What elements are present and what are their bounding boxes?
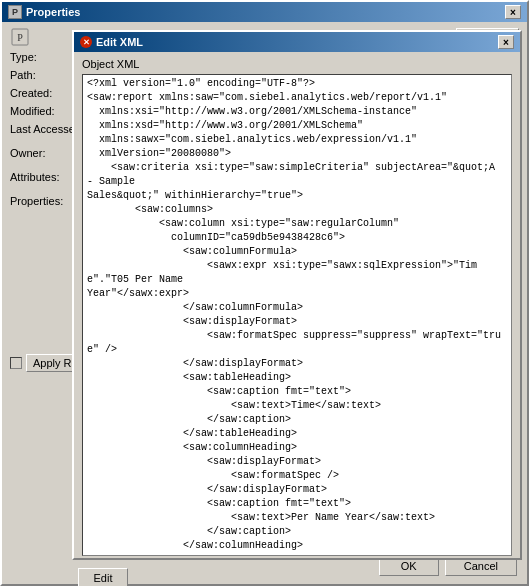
edit-xml-title: Edit XML — [96, 36, 143, 48]
edit-xml-footer: Edit — [74, 562, 520, 586]
object-xml-label: Object XML — [82, 58, 512, 70]
properties-close-button[interactable]: × — [505, 5, 521, 19]
properties-titlebar-left: P Properties — [8, 5, 80, 19]
edit-xml-close-button[interactable]: × — [498, 35, 514, 49]
properties-titlebar: P Properties × — [2, 2, 527, 22]
apply-recur-checkbox-container — [10, 357, 22, 369]
edit-xml-modal: ✕ Edit XML × Object XML <?xml version="1… — [72, 30, 522, 560]
apply-recur-checkbox[interactable] — [10, 357, 22, 369]
modal-title-left: ✕ Edit XML — [80, 36, 143, 48]
edit-xml-body: Object XML <?xml version="1.0" encoding=… — [74, 52, 520, 562]
xml-content-area[interactable]: <?xml version="1.0" encoding="UTF-8"?> <… — [82, 74, 512, 556]
edit-button[interactable]: Edit — [78, 568, 128, 586]
properties-window: P Properties × P Quarterly Revenue Edit … — [0, 0, 529, 586]
edit-xml-icon: ✕ — [80, 36, 92, 48]
svg-text:P: P — [17, 32, 23, 43]
properties-title: Properties — [26, 6, 80, 18]
properties-icon: P — [8, 5, 22, 19]
toolbar-icon: P — [10, 27, 30, 47]
edit-xml-titlebar: ✕ Edit XML × — [74, 32, 520, 52]
